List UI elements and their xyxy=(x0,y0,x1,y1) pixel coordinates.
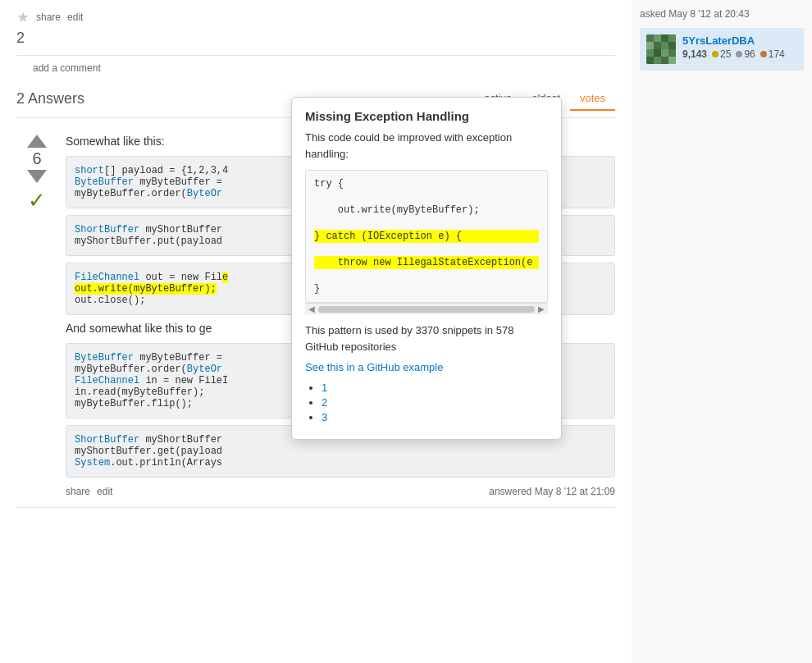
code-line-3 xyxy=(314,217,539,230)
list-item-3: 3 xyxy=(322,411,548,423)
list-item-1: 1 xyxy=(322,382,548,394)
list-link-1[interactable]: 1 xyxy=(322,382,327,394)
upvote-button[interactable] xyxy=(27,135,47,148)
scroll-left-icon[interactable]: ◀ xyxy=(308,304,315,313)
answer-vote-count: 6 xyxy=(32,149,41,168)
code-line-8: } xyxy=(314,282,539,295)
gold-dot xyxy=(712,51,718,57)
code-line-6: throw new IllegalStateException(e xyxy=(314,256,539,269)
tooltip-popup: Missing Exception Handling This code cou… xyxy=(291,97,562,440)
code-line-4: } catch (IOException e) { xyxy=(314,230,539,243)
silver-count: 96 xyxy=(744,48,755,60)
answer-footer: share edit answered May 8 '12 at 21:09 xyxy=(66,486,615,497)
sidebar: asked May 8 '12 at 20:43 xyxy=(632,0,812,663)
list-item-2: 2 xyxy=(322,396,548,409)
tooltip-desc: This code could be improved with excepti… xyxy=(305,130,548,162)
code-line-1 xyxy=(314,190,539,203)
edit-link-answer[interactable]: edit xyxy=(97,486,112,497)
tooltip-stats: This pattern is used by 3370 snippets in… xyxy=(305,322,548,354)
list-link-3[interactable]: 3 xyxy=(322,411,327,423)
code-line-0: try { xyxy=(314,177,539,190)
user-info: 5YrsLaterDBA 9,143 25 96 174 xyxy=(682,34,785,60)
answers-title: 2 Answers xyxy=(16,90,84,107)
user-reputation: 9,143 25 96 174 xyxy=(682,48,785,60)
tooltip-title: Missing Exception Handling xyxy=(305,109,548,123)
scrollbar-bar[interactable] xyxy=(318,306,535,313)
avatar-image xyxy=(646,34,676,64)
sidebar-asked-date: asked May 8 '12 at 20:43 xyxy=(640,8,804,20)
silver-dot xyxy=(736,51,742,57)
tooltip-list: 1 2 3 xyxy=(322,382,548,423)
bronze-dot xyxy=(760,51,767,57)
accepted-check[interactable]: ✓ xyxy=(28,188,46,213)
tooltip-code-block: try { out.write(myByteBuffer); } catch (… xyxy=(305,170,548,303)
gold-badge: 25 xyxy=(712,48,731,60)
tooltip-scrollbar: ◀ ▶ xyxy=(305,303,548,314)
rep-number: 9,143 xyxy=(682,48,707,60)
top-vote-count: 2 xyxy=(16,30,83,47)
code-line-5 xyxy=(314,243,539,256)
answer-meta: answered May 8 '12 at 21:09 xyxy=(489,486,615,497)
code-line-2: out.write(myByteBuffer); xyxy=(314,203,539,217)
tooltip-github-link[interactable]: See this in a GitHub example xyxy=(305,361,443,373)
share-link-answer[interactable]: share xyxy=(66,486,90,497)
silver-badge: 96 xyxy=(736,48,755,60)
edit-link-top[interactable]: edit xyxy=(67,11,83,23)
sort-tab-votes[interactable]: votes xyxy=(570,87,615,111)
gold-count: 25 xyxy=(720,48,731,60)
add-comment-link[interactable]: add a comment xyxy=(16,56,615,77)
scroll-right-icon[interactable]: ▶ xyxy=(538,304,545,313)
star-icon[interactable]: ★ xyxy=(16,8,30,26)
list-link-2[interactable]: 2 xyxy=(322,396,327,409)
vote-controls: 6 ✓ xyxy=(16,135,57,497)
share-link-top[interactable]: share xyxy=(36,11,61,23)
code-line-7 xyxy=(314,269,539,282)
answer-actions: share edit xyxy=(66,486,112,497)
user-card: 5YrsLaterDBA 9,143 25 96 174 xyxy=(640,28,804,71)
avatar xyxy=(646,34,676,64)
bronze-badge: 174 xyxy=(760,48,785,60)
bronze-count: 174 xyxy=(769,48,785,60)
downvote-button[interactable] xyxy=(27,170,47,183)
username[interactable]: 5YrsLaterDBA xyxy=(682,34,785,47)
